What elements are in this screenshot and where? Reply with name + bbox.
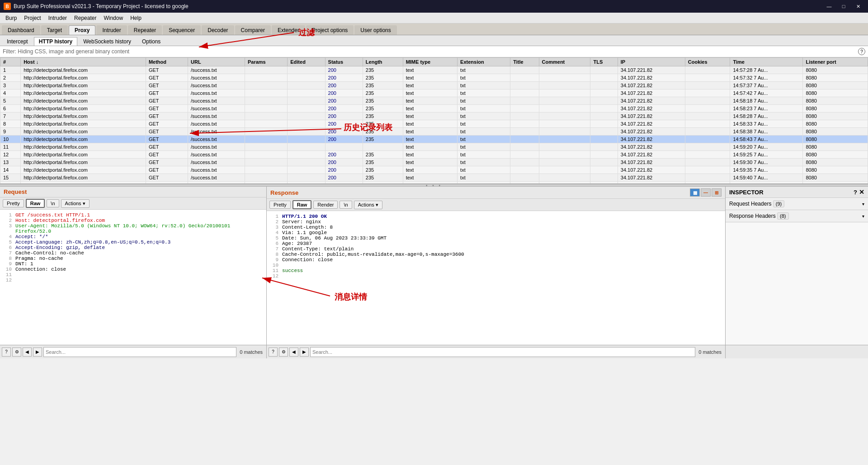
response-actions-arrow-icon: ▾ [376,202,378,208]
table-cell: 14:59:30 7 Au... [730,159,803,166]
col-time[interactable]: Time [730,58,803,66]
col-url[interactable]: URL [188,58,245,66]
col-tls[interactable]: TLS [590,58,618,66]
col-status[interactable]: Status [325,58,363,66]
table-row[interactable]: 13http://detectportal.firefox.comGET/suc… [0,159,868,166]
minimize-button[interactable]: — [823,2,835,11]
col-port[interactable]: Listener port [803,58,868,66]
col-host[interactable]: Host ↓ [21,58,146,66]
maximize-button[interactable]: □ [837,2,850,11]
col-cookies[interactable]: Cookies [685,58,730,66]
response-search-next-icon[interactable]: ▶ [300,348,309,357]
inspector-help-icon[interactable]: ? [854,189,857,196]
subtab-intercept[interactable]: Intercept [2,37,33,46]
request-search-next-icon[interactable]: ▶ [33,348,42,357]
history-table-wrapper[interactable]: # Host ↓ Method URL Params Edited Status… [0,57,868,184]
response-search-settings-icon[interactable]: ⚙ [279,348,288,357]
inspector-request-headers-label: Request Headers (9) [729,201,784,207]
response-search-prev-icon[interactable]: ◀ [289,348,298,357]
inspector-request-headers-toggle[interactable]: Request Headers (9) ▾ [726,198,868,210]
tab-dashboard[interactable]: Dashboard [2,25,40,35]
response-raw-btn[interactable]: Raw [292,200,312,209]
table-row[interactable]: 2http://detectportal.firefox.comGET/succ… [0,74,868,82]
response-code-area[interactable]: 1HTTP/1.1 200 OK2Server: nginx3Content-L… [267,211,725,345]
col-ip[interactable]: IP [618,58,685,66]
close-button[interactable]: ✕ [852,2,864,11]
col-method[interactable]: Method [146,58,188,66]
col-title[interactable]: Title [510,58,539,66]
col-num[interactable]: # [0,58,21,66]
subtab-http-history[interactable]: HTTP history [34,37,77,46]
menu-window[interactable]: Window [100,14,127,22]
view-toggle-request[interactable]: — [701,188,711,197]
tab-user-options[interactable]: User options [354,25,396,35]
tab-comparer[interactable]: Comparer [235,25,271,35]
request-code-area[interactable]: 1GET /success.txt HTTP/1.12Host: detectp… [0,210,266,345]
table-row[interactable]: 15http://detectportal.firefox.comGET/suc… [0,174,868,182]
response-search-input[interactable] [310,347,695,357]
table-cell: 14:58:38 7 Au... [730,128,803,136]
view-toggle-split[interactable]: ▦ [690,188,700,197]
menu-help[interactable]: Help [127,14,145,22]
col-comment[interactable]: Comment [539,58,590,66]
subtab-options[interactable]: Options [137,37,165,46]
request-n-btn[interactable]: \n [47,199,59,207]
request-search-prev-icon[interactable]: ◀ [23,348,32,357]
request-title: Request [4,188,27,195]
inspector-request-headers-badge: (9) [773,200,784,207]
inspector-response-headers-toggle[interactable]: Response Headers (8) ▾ [726,210,868,222]
col-params[interactable]: Params [245,58,287,66]
response-pretty-btn[interactable]: Pretty [269,201,291,209]
view-toggle-response[interactable]: ⊞ [712,188,722,197]
menu-intruder[interactable]: Intruder [45,14,71,22]
subtab-websockets-history[interactable]: WebSockets history [78,37,136,46]
table-row[interactable]: 6http://detectportal.firefox.comGET/succ… [0,105,868,113]
table-row[interactable]: 3http://detectportal.firefox.comGET/succ… [0,82,868,89]
table-cell: /success.txt [188,105,245,113]
table-cell: 14:59:40 7 Au... [730,174,803,182]
filter-help-icon[interactable]: ? [858,48,865,55]
col-edited[interactable]: Edited [288,58,325,66]
table-row[interactable]: 11http://detectportal.firefox.comGET/suc… [0,143,868,151]
tab-proxy[interactable]: Proxy [69,25,95,35]
tab-target[interactable]: Target [41,25,68,35]
table-cell: 235 [363,105,403,113]
request-code-line: 6Accept-Encoding: gzip, deflate [3,245,264,250]
table-row[interactable]: 12http://detectportal.firefox.comGET/suc… [0,151,868,159]
request-raw-btn[interactable]: Raw [26,199,45,208]
request-search-input[interactable] [43,347,236,357]
table-row[interactable]: 5http://detectportal.firefox.comGET/succ… [0,97,868,105]
table-row[interactable]: 14http://detectportal.firefox.comGET/suc… [0,166,868,174]
response-search-help-icon[interactable]: ? [269,348,278,357]
tab-project-options[interactable]: Project options [306,25,354,35]
response-code-line: 9Connection: close [269,257,722,263]
col-mime[interactable]: MIME type [403,58,457,66]
filter-text[interactable]: Filter: Hiding CSS, image and general bi… [3,48,129,55]
request-search-help-icon[interactable]: ? [2,348,11,357]
response-n-btn[interactable]: \n [340,201,352,209]
menu-burp[interactable]: Burp [2,14,20,22]
table-cell: 34.107.221.82 [618,143,685,151]
request-actions-btn[interactable]: Actions ▾ [61,199,90,208]
table-row[interactable]: 8http://detectportal.firefox.comGET/succ… [0,120,868,128]
tab-intruder[interactable]: Intruder [96,25,127,35]
response-actions-btn[interactable]: Actions ▾ [354,201,382,209]
tab-sequencer[interactable]: Sequencer [163,25,201,35]
response-render-btn[interactable]: Render [313,201,338,209]
request-search-settings-icon[interactable]: ⚙ [12,348,21,357]
table-row[interactable]: 4http://detectportal.firefox.comGET/succ… [0,89,868,97]
menu-repeater[interactable]: Repeater [71,14,100,22]
table-row[interactable]: 7http://detectportal.firefox.comGET/succ… [0,113,868,120]
col-length[interactable]: Length [363,58,403,66]
table-row[interactable]: 10http://detectportal.firefox.comGET/suc… [0,136,868,143]
table-row[interactable]: 1http://detectportal.firefox.comGET/succ… [0,66,868,74]
table-row[interactable]: 9http://detectportal.firefox.comGET/succ… [0,128,868,136]
response-search-matches: 0 matches [697,349,723,355]
menu-project[interactable]: Project [20,14,44,22]
tab-decoder[interactable]: Decoder [202,25,234,35]
col-extension[interactable]: Extension [458,58,510,66]
request-pretty-btn[interactable]: Pretty [3,199,24,207]
inspector-close-icon[interactable]: ✕ [859,188,864,196]
tab-extender[interactable]: Extender [272,25,305,35]
tab-repeater[interactable]: Repeater [128,25,162,35]
